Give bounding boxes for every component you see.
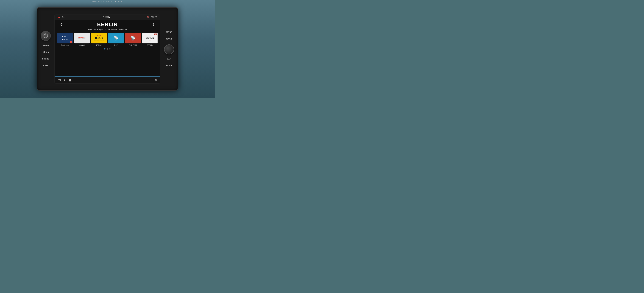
dkultur-waves-icon: 📡 xyxy=(130,36,136,41)
sidebar-item-phone[interactable]: PHONE xyxy=(39,56,53,63)
power-button[interactable] xyxy=(41,31,51,41)
status-left: 🚗 Sport xyxy=(58,16,66,19)
stations-row: FUNKHAUSEUROPA 7 Funkhaus antennerbb BRA… xyxy=(57,33,158,46)
station-label-dlf: DLF xyxy=(114,44,118,46)
antenne-text-top: antennerbb xyxy=(78,37,86,39)
bottom-bar: FM ≡ ▦ ⚙ xyxy=(54,77,160,83)
antenne-text-sub: BRANDENBURG xyxy=(78,38,86,40)
sidebar-item-mute[interactable]: MUTE xyxy=(39,63,53,69)
screen-content: ❮ BERLIN ❯ Alles zum Programm unter www.… xyxy=(54,20,160,77)
station-logo-antenne: antennerbb BRANDENBURG xyxy=(74,33,90,44)
dashboard: PASSENGER AIR BAG OFF ✕ ON ⊘ RADIO MEDIA… xyxy=(0,0,215,98)
dot-3 xyxy=(109,48,110,50)
station-card-dlf[interactable]: 📡 DLF xyxy=(108,33,124,46)
station-label-dkultur: DKULTUR xyxy=(129,44,137,46)
temperature: 20.5 °C xyxy=(151,16,157,18)
next-station-button[interactable]: ❯ xyxy=(150,22,157,27)
bottom-left: FM ≡ ▦ xyxy=(58,78,71,82)
status-right: 🔇 20.5 °C xyxy=(147,16,157,18)
station-card-antenne[interactable]: antennerbb BRANDENBURG Antennb xyxy=(74,33,90,46)
station-card-teddy[interactable]: RADIO TEDDY Die Musik für Kids TEDDY xyxy=(91,33,107,46)
station-card-dkultur[interactable]: 📡 DKULTUR xyxy=(125,33,141,46)
dlf-waves-icon: 📡 xyxy=(113,36,119,41)
antenne-inner: antennerbb BRANDENBURG xyxy=(78,37,86,40)
station-logo-dkultur: 📡 xyxy=(125,33,141,44)
berlin-badge: rbb xyxy=(154,34,157,35)
list-icon[interactable]: ≡ xyxy=(64,78,66,82)
airbag-label: PASSENGER AIR BAG OFF ✕ ON ⊘ xyxy=(92,1,122,3)
station-logo-teddy: RADIO TEDDY Die Musik für Kids xyxy=(91,33,107,44)
volume-knob[interactable] xyxy=(164,44,174,55)
driving-profile: Sport xyxy=(62,16,66,18)
sidebar-item-setup[interactable]: SETUP xyxy=(162,29,176,36)
berlin-text: radio BERLIN 88,8 xyxy=(146,35,154,41)
station-description: Alles zum Programm unter www.radioberlin… xyxy=(88,28,127,31)
settings-icon[interactable]: ⚙ xyxy=(154,78,157,82)
station-label-berlin: BERLIN xyxy=(147,44,153,46)
sidebar-item-menu[interactable]: MENU xyxy=(162,63,176,69)
sidebar-item-media[interactable]: MEDIA xyxy=(39,49,53,56)
station-card-funkhaus[interactable]: FUNKHAUSEUROPA 7 Funkhaus xyxy=(57,33,73,46)
funkhaus-text: FUNKHAUSEUROPA xyxy=(62,35,68,41)
funkhaus-badge: 7 xyxy=(70,41,72,43)
station-label-funkhaus: Funkhaus xyxy=(61,44,69,46)
station-logo-dlf: 📡 xyxy=(108,33,124,44)
dot-2 xyxy=(107,48,108,50)
station-logo-funkhaus: FUNKHAUSEUROPA 7 xyxy=(57,33,73,44)
station-label-teddy: TEDDY xyxy=(96,44,102,46)
infotainment-screen: 🚗 Sport 13:15 🔇 20.5 °C ❮ BERLIN ❯ xyxy=(54,14,160,84)
right-sidebar: SETUP SOUND CAR MENU xyxy=(160,8,178,90)
power-area xyxy=(41,31,51,41)
clock: 13:15 xyxy=(103,16,110,19)
current-station-name: BERLIN xyxy=(97,22,118,27)
dot-1 xyxy=(104,48,106,50)
pagination-dots xyxy=(104,48,110,50)
prev-station-button[interactable]: ❮ xyxy=(58,22,65,27)
station-label-antenne: Antennb xyxy=(79,44,85,46)
station-card-berlin[interactable]: radio BERLIN 88,8 rbb BERLIN xyxy=(142,33,158,46)
station-logo-berlin: radio BERLIN 88,8 rbb xyxy=(142,33,158,44)
nav-row: ❮ BERLIN ❯ xyxy=(58,22,157,27)
sidebar-item-sound[interactable]: SOUND xyxy=(162,36,176,43)
left-sidebar: RADIO MEDIA PHONE MUTE xyxy=(37,8,54,90)
teddy-text: RADIO TEDDY Die Musik für Kids xyxy=(94,35,104,41)
status-bar: 🚗 Sport 13:15 🔇 20.5 °C xyxy=(54,15,160,20)
infotainment-unit: RADIO MEDIA PHONE MUTE 🚗 Sport 13:15 xyxy=(37,7,178,91)
car-profile-icon: 🚗 xyxy=(58,16,60,19)
band-label[interactable]: FM xyxy=(58,79,61,81)
preset-icon[interactable]: ▦ xyxy=(68,78,71,82)
sidebar-item-radio[interactable]: RADIO xyxy=(39,43,53,49)
sidebar-item-car[interactable]: CAR xyxy=(162,56,176,63)
volume-icon: 🔇 xyxy=(147,16,149,18)
power-icon xyxy=(44,34,48,38)
